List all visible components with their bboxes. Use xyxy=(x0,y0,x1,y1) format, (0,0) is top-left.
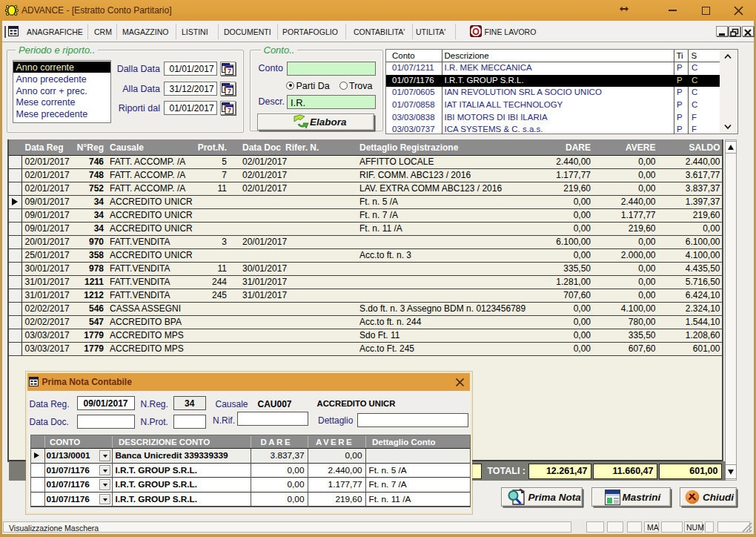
svg-text:7: 7 xyxy=(227,67,231,74)
svg-text:7: 7 xyxy=(227,106,231,113)
svg-text:O: O xyxy=(472,27,480,37)
svg-text:7: 7 xyxy=(227,87,231,94)
